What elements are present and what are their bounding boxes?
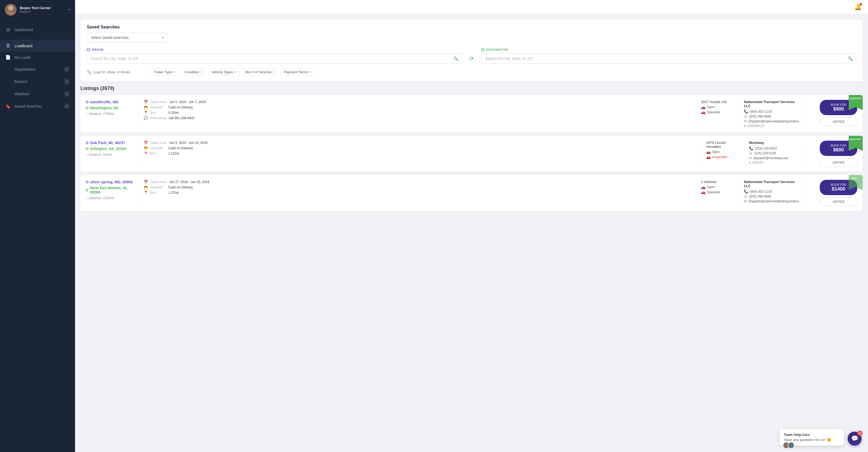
- instructions-icon: 💬: [144, 116, 148, 120]
- email-row: ✉ Dispatch@nationwidetransportservi: [744, 199, 799, 203]
- trailer-type-dropdown[interactable]: Trailer Type ▾: [150, 68, 179, 76]
- sidebar-item-label: Loadboard: [14, 44, 70, 48]
- topbar: 🔔: [75, 0, 868, 14]
- phone2-row: 🖨 (305) 396-5888: [744, 194, 799, 198]
- dest-search-input[interactable]: [481, 53, 856, 64]
- trailer-type-label: Trailer Type: [154, 70, 172, 74]
- vehicle-types-chevron-icon: ▾: [235, 70, 236, 74]
- route-dest: Washington, DC: [86, 106, 135, 110]
- rate-icon: 📍: [144, 111, 148, 115]
- vehicle-col: 1979 Lincoln Versailles 🚗 Open 🚗 Inopera…: [702, 141, 745, 167]
- sidebar: Boyko Test Carrier Kevin F ▾ ⊞ Dashboard…: [0, 0, 75, 452]
- sidebar-item-label: Saved Searches: [14, 104, 60, 108]
- route-distance: ↕ Distance: 1205mi.: [86, 196, 135, 200]
- car-icon: 🚗: [706, 150, 711, 154]
- watched-badge: 0: [64, 91, 70, 97]
- min-vehicles-label: Min # of Vehicles: [245, 70, 272, 74]
- origin-dot: [86, 181, 89, 183]
- filter-divider: [148, 68, 148, 76]
- phone-icon: 📞: [744, 110, 748, 114]
- route-dest: Arlington, VA, 22204: [86, 146, 135, 151]
- email-icon: ✉: [749, 156, 752, 160]
- notification-dot: [860, 3, 862, 6]
- vehicle-col: 2 Vehicles 🚗 Open 🚗 Operable: [697, 180, 740, 206]
- dest-dot: [86, 189, 88, 191]
- condition-label: Condition: [184, 70, 199, 74]
- sidebar-item-label: Dashboard: [14, 28, 70, 32]
- offer-button[interactable]: OFFER: [820, 117, 857, 126]
- saved-searches-title: Saved Searches: [87, 25, 856, 30]
- sidebar-item-my-loads[interactable]: 📄 My Loads: [0, 52, 75, 63]
- chat-message: Have any questions for us? 😊: [784, 438, 840, 442]
- table-row: Oak Park, MI, 48237 Arlington, VA, 22204…: [81, 136, 863, 172]
- route-dest: West Des Moines, IA, 50266: [86, 186, 135, 194]
- dest-dot: [86, 147, 89, 150]
- chat-button[interactable]: 💬 15: [848, 432, 862, 446]
- sidebar-item-label: Watched: [14, 92, 60, 96]
- notification-icon[interactable]: 🔔: [854, 3, 862, 10]
- chat-avatar-2: [787, 442, 795, 449]
- detail-row: 💳 Payment Cash on Delivery: [144, 105, 692, 109]
- search-panel: Saved Searches Select saved searches ▾ O…: [81, 19, 863, 81]
- offer-button[interactable]: OFFER: [820, 197, 857, 206]
- company-col: Nationwide Transport Services LLC 📞 (954…: [740, 180, 804, 206]
- table-row: woodinville, WA Washington, DC ↕ Distanc…: [81, 95, 863, 133]
- origin-dot: [87, 48, 90, 51]
- company-col: Nationwide Transport Services LLC 📞 (954…: [740, 100, 804, 128]
- dest-label: DESTINATION: [481, 48, 856, 51]
- vehicle-tag: 🚗 Open: [701, 105, 735, 109]
- sidebar-header[interactable]: Boyko Test Carrier Kevin F ▾: [0, 0, 75, 20]
- condition-dropdown[interactable]: Condition ▾: [181, 68, 206, 76]
- origin-search-wrap: 🔍: [87, 53, 462, 64]
- sidebar-item-watched[interactable]: Watched 0: [0, 88, 75, 100]
- chevron-down-icon[interactable]: ▾: [69, 8, 70, 11]
- vehicle-status-tag: 🚗 Operable: [701, 190, 735, 194]
- payment-terms-dropdown[interactable]: Payment Terms ▾: [280, 68, 315, 76]
- route-col: silver spring, MD, 20902 West Des Moines…: [86, 180, 140, 206]
- route-distance: ↕ Distance: 534mi.: [86, 152, 135, 157]
- payment-icon: 💳: [144, 105, 148, 109]
- load-id-row: # 723874: [749, 161, 799, 165]
- sidebar-item-dashboard[interactable]: ⊞ Dashboard: [0, 24, 75, 35]
- sidebar-item-negotiations[interactable]: Negotiations 0: [0, 63, 75, 76]
- hash-icon: #: [749, 161, 751, 165]
- swap-icon[interactable]: ⟳: [466, 53, 477, 64]
- email-row: ✉ Dispatch@nationwidetransportservi: [744, 119, 799, 123]
- detail-row: 📅 Dates Avail. Jun 5, 2019 - Jun 7, 2019: [144, 100, 692, 104]
- payment-terms-chevron-icon: ▾: [310, 70, 311, 74]
- sidebar-item-label: Booked: [14, 80, 60, 84]
- min-vehicles-dropdown[interactable]: Min # of Vehicles ▾: [242, 68, 278, 76]
- user-role: Kevin F: [20, 10, 65, 14]
- car-icon: 🚗: [701, 105, 706, 109]
- filter-search-wrap: 🔍: [87, 70, 146, 74]
- origin-search-input[interactable]: [87, 53, 462, 64]
- vehicle-types-dropdown[interactable]: Vehicle Types ▾: [208, 68, 240, 76]
- svg-point-0: [8, 5, 13, 11]
- phone-icon: 📞: [744, 190, 748, 194]
- sidebar-item-label: My Loads: [14, 55, 70, 60]
- route-distance: ↕ Distance: 2768mi.: [86, 112, 135, 116]
- offer-button[interactable]: OFFER: [820, 158, 857, 167]
- detail-row: 💳 Payment Cash on Delivery: [144, 185, 692, 189]
- phone2-row: 🖨 (224) 220-5105: [749, 151, 799, 155]
- saved-searches-select[interactable]: Select saved searches: [87, 33, 167, 43]
- car-status-icon: 🚗: [701, 110, 706, 114]
- sidebar-item-booked[interactable]: Booked 0: [0, 76, 75, 88]
- calendar-icon: 📅: [144, 180, 148, 184]
- user-name: Boyko Test Carrier: [20, 6, 65, 10]
- sidebar-item-loadboard[interactable]: ☰ Loadboard: [0, 40, 75, 52]
- route-origin: Oak Park, MI, 48237: [86, 141, 135, 145]
- saved-searches-badge: 0: [64, 103, 70, 109]
- dest-block: DESTINATION 🔍: [481, 48, 856, 64]
- chat-bubble: Team Ship.Cars Have any questions for us…: [779, 429, 844, 446]
- detail-row: 💳 Payment Cash on Delivery: [144, 146, 697, 150]
- main: 🔔 Saved Searches Select saved searches ▾…: [75, 0, 868, 452]
- chat-avatars: [783, 442, 793, 449]
- phone2-row: 🖨 (305) 396-5888: [744, 114, 799, 118]
- calendar-icon: 📅: [144, 100, 148, 104]
- load-search-input[interactable]: [93, 70, 146, 74]
- svg-point-1: [6, 11, 15, 16]
- phone1-row: 📞 (224) 220-9323: [749, 146, 799, 150]
- sidebar-item-saved-searches[interactable]: 🔖 Saved Searches 0: [0, 100, 75, 112]
- filters-row: 🔍 Trailer Type ▾ Condition ▾ Vehicle Typ…: [87, 68, 856, 76]
